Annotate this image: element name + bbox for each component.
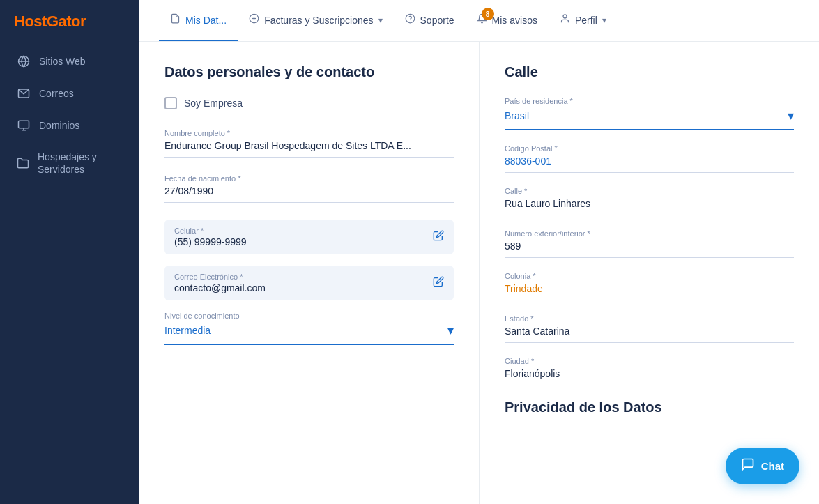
monitor-icon [17, 119, 31, 132]
fecha-field: Fecha de nacimiento * 27/08/1990 [164, 174, 454, 203]
numero-label: Número exterior/interior * [505, 229, 794, 238]
nivel-dropdown[interactable]: Intermedia ▾ [164, 323, 454, 345]
personal-data-title: Datos personales y de contacto [164, 64, 454, 80]
left-panel: Datos personales y de contacto Soy Empre… [139, 42, 480, 504]
chat-label: Chat [761, 460, 784, 472]
celular-edit-icon[interactable] [433, 230, 444, 244]
right-panel: Calle País de residencia * Brasil ▾ Códi… [480, 42, 819, 504]
topnav: Mis Dat... Facturas y Suscripciones ▾ So… [139, 0, 819, 42]
sidebar-item-label-hospedajes: Hospedajes y Servidores [38, 151, 123, 176]
logo-gator: Gator [47, 13, 86, 30]
codigo-postal-value: 88036-001 [505, 155, 794, 173]
bell-container: 8 [477, 13, 487, 26]
chat-icon [741, 457, 755, 475]
user-icon [560, 13, 570, 26]
correo-label: Correo Electrónico * [174, 273, 426, 281]
topnav-facturas[interactable]: Facturas y Suscripciones ▾ [238, 0, 393, 41]
ciudad-label: Ciudad * [505, 357, 794, 365]
sidebar-nav: Sitios Web Correos Dominios Hospedajes y… [0, 46, 139, 184]
folder-icon [17, 156, 29, 170]
svg-point-11 [563, 15, 567, 18]
sidebar: HostGator Sitios Web Correos Dominios Ho… [0, 0, 139, 504]
celular-value: (55) 99999-9999 [174, 236, 426, 247]
topnav-mis-avisos[interactable]: 8 Mis avisos [466, 0, 549, 41]
svg-rect-3 [19, 121, 29, 128]
topnav-perfil[interactable]: Perfil ▾ [549, 0, 618, 41]
celular-label: Celular * [174, 227, 426, 235]
estado-field: Estado * Santa Catarina [505, 314, 794, 343]
empresa-checkbox-row[interactable]: Soy Empresa [164, 97, 454, 109]
correo-field: Correo Electrónico * contacto@gmail.com [164, 266, 454, 300]
numero-value: 589 [505, 240, 794, 258]
notification-badge: 8 [482, 8, 494, 20]
colonia-field: Colonia * Trindade [505, 272, 794, 300]
empresa-label: Soy Empresa [184, 98, 243, 109]
numero-field: Número exterior/interior * 589 [505, 229, 794, 258]
mail-icon [17, 86, 31, 100]
topnav-soporte[interactable]: Soporte [394, 0, 466, 41]
calle-value: Rua Lauro Linhares [505, 198, 794, 215]
celular-inner: Celular * (55) 99999-9999 [174, 227, 426, 247]
ciudad-field: Ciudad * Florianópolis [505, 357, 794, 385]
logo-host: Host [14, 13, 47, 30]
address-title: Calle [505, 64, 794, 80]
correo-value: contacto@gmail.com [174, 282, 426, 293]
doc-icon [170, 13, 181, 26]
colonia-value: Trindade [505, 283, 794, 300]
topnav-mis-datos[interactable]: Mis Dat... [159, 0, 238, 41]
sidebar-item-correos[interactable]: Correos [7, 78, 132, 109]
privacy-title: Privacidad de los Datos [505, 399, 794, 415]
fecha-label: Fecha de nacimiento * [164, 174, 454, 183]
nombre-value: Endurance Group Brasil Hospedagem de Sit… [164, 140, 454, 158]
correo-inner: Correo Electrónico * contacto@gmail.com [174, 273, 426, 293]
logo: HostGator [0, 0, 139, 46]
main-area: Mis Dat... Facturas y Suscripciones ▾ So… [139, 0, 819, 504]
country-chevron-icon: ▾ [788, 108, 794, 123]
codigo-postal-field: Código Postal * 88036-001 [505, 144, 794, 173]
perfil-chevron-icon: ▾ [602, 15, 606, 25]
country-label: País de residencia * [505, 97, 794, 105]
content-area: Datos personales y de contacto Soy Empre… [139, 42, 819, 504]
codigo-postal-label: Código Postal * [505, 144, 794, 153]
facturas-chevron-icon: ▾ [378, 15, 383, 25]
country-value: Brasil [505, 110, 529, 121]
sidebar-item-sitios-web[interactable]: Sitios Web [7, 46, 132, 77]
topnav-mis-avisos-label: Mis avisos [492, 15, 537, 26]
topnav-facturas-label: Facturas y Suscripciones [264, 15, 373, 26]
nombre-label: Nombre completo * [164, 129, 454, 137]
estado-value: Santa Catarina [505, 326, 794, 343]
sidebar-item-label-sitios-web: Sitios Web [39, 56, 86, 67]
estado-label: Estado * [505, 314, 794, 323]
nombre-field: Nombre completo * Endurance Group Brasil… [164, 129, 454, 158]
nivel-field: Nivel de conocimiento Intermedia ▾ [164, 312, 454, 345]
celular-field: Celular * (55) 99999-9999 [164, 220, 454, 254]
topnav-mis-datos-label: Mis Dat... [185, 15, 227, 26]
calle-field: Calle * Rua Lauro Linhares [505, 187, 794, 215]
empresa-checkbox[interactable] [164, 97, 177, 109]
country-select[interactable]: Brasil ▾ [505, 108, 794, 130]
sidebar-item-label-correos: Correos [39, 88, 74, 99]
nivel-label: Nivel de conocimiento [164, 312, 454, 320]
ciudad-value: Florianópolis [505, 368, 794, 385]
colonia-label: Colonia * [505, 272, 794, 280]
topnav-soporte-label: Soporte [420, 15, 454, 26]
calle-label: Calle * [505, 187, 794, 195]
globe-icon [17, 54, 31, 68]
dollar-icon [249, 13, 259, 26]
fecha-value: 27/08/1990 [164, 185, 454, 203]
nivel-chevron-icon: ▾ [447, 323, 454, 338]
correo-edit-icon[interactable] [433, 276, 444, 290]
chat-button[interactable]: Chat [726, 448, 799, 484]
sidebar-item-hospedajes[interactable]: Hospedajes y Servidores [7, 142, 132, 184]
question-icon [405, 13, 415, 26]
sidebar-item-label-dominios: Dominios [39, 120, 79, 131]
nivel-value: Intermedia [164, 325, 211, 336]
country-field: País de residencia * Brasil ▾ [505, 97, 794, 130]
topnav-perfil-label: Perfil [575, 15, 597, 26]
sidebar-item-dominios[interactable]: Dominios [7, 110, 132, 141]
